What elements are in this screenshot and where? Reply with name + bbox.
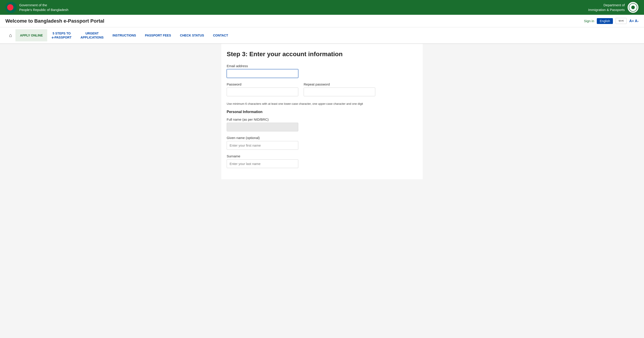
top-header: Government of the People's Republic of B… <box>0 0 644 15</box>
gov-info: Government of the People's Republic of B… <box>5 2 68 13</box>
nav-urgent-applications[interactable]: URGENT APPLICATIONS <box>76 27 108 44</box>
nav-bar: ⌂ APPLY ONLINE 5 STEPS TO e-PASSPORT URG… <box>0 27 644 44</box>
nav-instructions[interactable]: INSTRUCTIONS <box>108 29 140 42</box>
email-label: Email address <box>227 64 417 68</box>
personal-info-label: Personal Information <box>227 110 417 114</box>
dept-info: Department of Immigration & Passports <box>588 2 639 13</box>
full-name-label: Full name (as per NID/BRC) <box>227 118 417 121</box>
email-input[interactable] <box>227 69 298 78</box>
nav-apply-online[interactable]: APPLY ONLINE <box>16 29 47 42</box>
nav-check-status[interactable]: CHECK STATUS <box>176 29 208 42</box>
gov-title: Government of the People's Republic of B… <box>19 3 68 12</box>
given-name-group: Given name (optional) <box>227 136 417 150</box>
given-name-input[interactable] <box>227 141 298 150</box>
password-input[interactable] <box>227 88 298 96</box>
svg-point-4 <box>631 6 635 9</box>
password-label: Password <box>227 82 298 86</box>
password-group: Password <box>227 82 298 96</box>
dept-title: Department of Immigration & Passports <box>588 3 625 12</box>
home-nav-button[interactable]: ⌂ <box>5 28 16 42</box>
font-decrease-button[interactable]: A- <box>635 19 639 23</box>
email-group: Email address <box>227 64 417 78</box>
font-size-controls: A+ A- <box>629 19 639 23</box>
full-name-input[interactable] <box>227 123 298 132</box>
font-increase-button[interactable]: A+ <box>629 19 634 23</box>
repeat-password-label: Repeat password <box>304 82 375 86</box>
repeat-password-input[interactable] <box>304 88 375 96</box>
surname-label: Surname <box>227 154 417 158</box>
password-hint: Use minimum 6 characters with at least o… <box>227 102 417 106</box>
dept-logo <box>628 2 639 13</box>
gov-logo <box>5 2 16 13</box>
surname-group: Surname <box>227 154 417 168</box>
portal-title: Welcome to Bangladesh e-Passport Portal <box>5 18 104 24</box>
svg-point-1 <box>7 4 14 10</box>
header-controls: Sign in English বাংলা A+ A- <box>584 18 639 24</box>
step-title: Step 3: Enter your account information <box>227 50 417 58</box>
nav-contact[interactable]: CONTACT <box>208 29 232 42</box>
secondary-header: Welcome to Bangladesh e-Passport Portal … <box>0 15 644 27</box>
password-row: Password Repeat password <box>227 82 417 101</box>
bangla-lang-button[interactable]: বাংলা <box>616 18 626 24</box>
english-lang-button[interactable]: English <box>597 18 613 24</box>
nav-5-steps[interactable]: 5 STEPS TO e-PASSPORT <box>47 27 76 44</box>
sign-in-link[interactable]: Sign in <box>584 19 594 23</box>
main-content: Step 3: Enter your account information E… <box>221 44 423 179</box>
repeat-password-group: Repeat password <box>304 82 375 96</box>
surname-input[interactable] <box>227 159 298 168</box>
given-name-label: Given name (optional) <box>227 136 417 140</box>
nav-passport-fees[interactable]: PASSPORT FEES <box>140 29 176 42</box>
full-name-group: Full name (as per NID/BRC) <box>227 118 417 132</box>
